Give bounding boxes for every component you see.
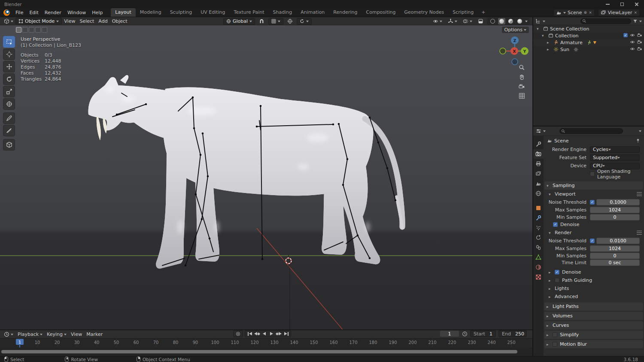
r-max-samples-field[interactable]: 1024 — [590, 245, 640, 252]
render-engine-dropdown[interactable]: Cycles — [590, 146, 640, 153]
select-mode-new-icon[interactable] — [16, 27, 21, 33]
chevron-down-icon[interactable] — [543, 130, 546, 133]
auto-keying-button[interactable] — [234, 331, 242, 337]
outliner-row-scene-collection[interactable]: Scene Collection — [533, 25, 644, 32]
menu-view[interactable]: View — [62, 18, 77, 25]
axis-z-negative-handle[interactable] — [512, 59, 518, 65]
properties-editor-icon[interactable] — [536, 128, 541, 134]
vp-denoise-subpanel-header[interactable]: Denoise — [544, 220, 644, 229]
frame-start-field[interactable]: Start 1 — [470, 330, 496, 337]
options-button[interactable]: Options — [502, 27, 529, 33]
outliner-search-input[interactable] — [580, 18, 631, 24]
close-button[interactable] — [629, 0, 644, 8]
jump-to-end-button[interactable] — [283, 331, 290, 337]
vp-min-samples-field[interactable]: 0 — [590, 214, 640, 220]
menu-keying[interactable]: Keying — [45, 331, 69, 338]
menu-render[interactable]: Render — [42, 10, 64, 15]
timeline-scrollbar[interactable] — [1, 350, 517, 353]
chevron-down-icon[interactable] — [639, 21, 642, 24]
denoise-checkbox[interactable] — [555, 270, 559, 275]
vp-noise-threshold-field[interactable]: 0.1000 — [596, 199, 640, 205]
cursor-tool[interactable] — [3, 48, 15, 60]
disable-render-icon[interactable] — [637, 46, 642, 51]
shading-material-button[interactable] — [507, 18, 514, 24]
menu-playback[interactable]: Playback — [15, 331, 45, 338]
hide-eye-icon[interactable] — [630, 33, 635, 38]
snap-toggle[interactable] — [257, 18, 267, 25]
tab-output[interactable] — [533, 159, 544, 169]
outliner-row-sun[interactable]: Sun — [533, 46, 644, 53]
curves-panel-header[interactable]: Curves — [544, 321, 643, 329]
shading-rendered-button[interactable] — [516, 18, 523, 24]
simplify-panel-header[interactable]: Simplify — [544, 331, 643, 339]
move-tool[interactable] — [3, 61, 15, 72]
annotate-tool[interactable] — [3, 112, 15, 124]
menu-view-timeline[interactable]: View — [69, 331, 84, 338]
scene-selector[interactable]: Scene ⊕ × — [553, 9, 595, 16]
prev-keyframe-button[interactable] — [253, 331, 261, 337]
outliner-editor-icon[interactable] — [535, 18, 541, 24]
tab-shading[interactable]: Shading — [269, 8, 297, 17]
falloff-dropdown[interactable] — [297, 18, 312, 25]
jump-to-start-button[interactable] — [246, 331, 253, 337]
pin-icon[interactable] — [635, 138, 641, 143]
light-paths-panel-header[interactable]: Light Paths — [544, 302, 643, 311]
maximize-button[interactable] — [615, 0, 629, 8]
mode-dropdown[interactable]: Object Mode — [15, 18, 62, 24]
proportional-editing-toggle[interactable] — [285, 18, 295, 25]
chevron-down-icon[interactable] — [543, 21, 545, 24]
tab-constraints[interactable] — [533, 243, 544, 252]
disclosure-icon[interactable] — [537, 27, 541, 31]
tab-geometry-nodes[interactable]: Geometry Nodes — [400, 8, 448, 17]
tab-world[interactable] — [533, 189, 544, 198]
playhead-marker[interactable]: 1 — [16, 339, 24, 345]
disable-render-icon[interactable] — [637, 39, 642, 45]
select-mode-subtract-icon[interactable] — [29, 27, 34, 33]
add-workspace-button[interactable]: + — [478, 8, 489, 17]
tab-modifiers[interactable] — [533, 213, 544, 223]
editor-type-button[interactable] — [2, 18, 15, 25]
r-noise-threshold-checkbox[interactable] — [590, 238, 595, 243]
denoise-subpanel-header[interactable]: Denoise — [544, 268, 644, 276]
osl-checkbox[interactable] — [590, 172, 595, 176]
menu-marker[interactable]: Marker — [84, 331, 105, 338]
motion-blur-checkbox[interactable] — [553, 342, 557, 347]
advanced-subpanel-header[interactable]: Advanced — [544, 293, 644, 301]
tab-compositing[interactable]: Compositing — [362, 8, 400, 17]
tab-modeling[interactable]: Modeling — [136, 8, 166, 17]
menu-add[interactable]: Add — [96, 18, 109, 25]
tab-render[interactable] — [533, 149, 544, 159]
menu-help[interactable]: Help — [89, 10, 106, 15]
tab-scene[interactable] — [533, 179, 544, 188]
tab-object-data[interactable] — [533, 253, 544, 262]
blender-logo-icon[interactable] — [3, 9, 10, 16]
tab-material[interactable] — [533, 262, 544, 272]
render-subpanel-header[interactable]: Render — [544, 229, 644, 237]
remove-viewlayer-icon[interactable]: × — [634, 10, 637, 15]
viewport-subpanel-header[interactable]: Viewport — [544, 190, 644, 198]
tab-sculpting[interactable]: Sculpting — [166, 8, 196, 17]
add-cube-tool[interactable] — [3, 139, 15, 151]
transform-tool[interactable] — [3, 98, 15, 110]
sampling-panel-header[interactable]: Sampling — [544, 181, 643, 190]
disclosure-icon[interactable] — [547, 47, 552, 51]
feature-set-dropdown[interactable]: Supported — [590, 154, 640, 161]
chevron-down-icon[interactable] — [639, 130, 641, 133]
timeline-editor-button[interactable] — [2, 331, 15, 338]
menu-object[interactable]: Object — [110, 18, 130, 25]
path-guiding-checkbox[interactable] — [555, 278, 559, 283]
simplify-checkbox[interactable] — [553, 332, 557, 337]
select-mode-intersect-icon[interactable] — [42, 27, 47, 33]
tab-uv-editing[interactable]: UV Editing — [196, 8, 229, 17]
toggle-ortho-icon[interactable] — [519, 93, 525, 99]
play-reverse-button[interactable] — [261, 331, 268, 337]
r-time-limit-field[interactable]: 0 sec — [590, 259, 640, 266]
vp-denoise-checkbox[interactable] — [553, 222, 558, 227]
overlays-dropdown[interactable] — [461, 18, 474, 25]
scale-tool[interactable] — [3, 86, 15, 97]
shading-wireframe-button[interactable] — [489, 18, 496, 24]
snap-target-dropdown[interactable] — [268, 18, 283, 25]
tab-texture-paint[interactable]: Texture Paint — [230, 8, 269, 17]
hide-eye-icon[interactable] — [630, 39, 635, 45]
lights-subpanel-header[interactable]: Lights — [544, 284, 644, 293]
